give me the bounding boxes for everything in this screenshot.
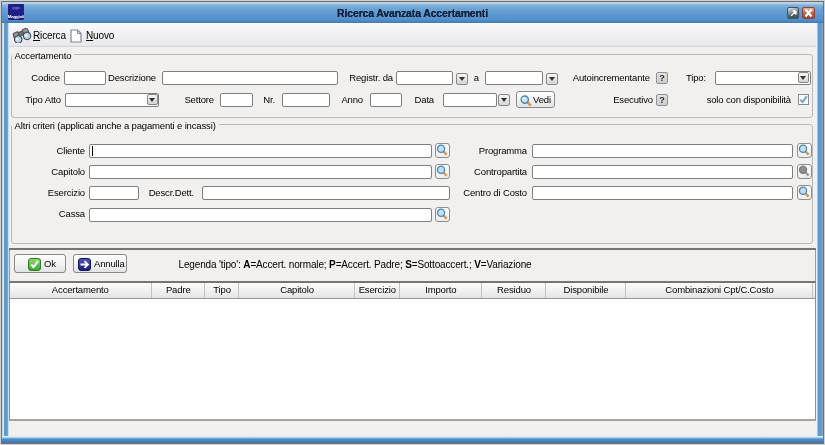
svg-text:gruppo: gruppo [12, 6, 20, 10]
svg-text:Maggioli: Maggioli [8, 14, 24, 19]
